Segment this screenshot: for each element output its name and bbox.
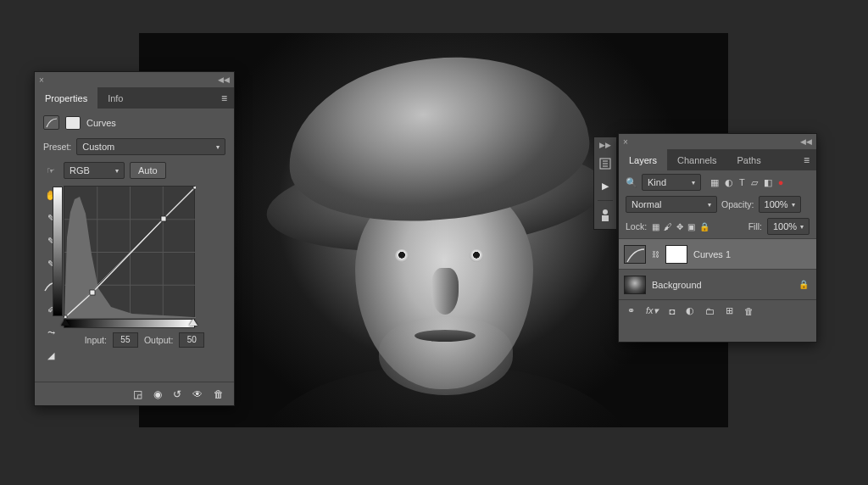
search-icon: 🔍 bbox=[626, 177, 637, 188]
svg-rect-13 bbox=[602, 215, 609, 221]
type-filter-icon[interactable]: T bbox=[739, 177, 745, 188]
smart-filter-icon[interactable]: ◧ bbox=[764, 177, 772, 188]
visibility-icon[interactable]: 👁 bbox=[192, 388, 203, 400]
tab-paths[interactable]: Paths bbox=[727, 149, 771, 170]
expand-dock-icon[interactable]: ▶▶ bbox=[599, 141, 611, 149]
smooth-icon[interactable]: ⤳ bbox=[43, 325, 58, 340]
target-adjustment-icon[interactable]: ☞ bbox=[43, 165, 58, 176]
layer-row[interactable]: 👁 ⛓ Curves 1 bbox=[619, 238, 816, 269]
properties-footer: ◲ ◉ ↺ 👁 🗑 bbox=[35, 382, 234, 405]
curves-adjustment-icon bbox=[43, 115, 59, 130]
opacity-input[interactable]: 100%▾ bbox=[759, 196, 801, 213]
group-icon[interactable]: 🗀 bbox=[705, 306, 715, 316]
tab-channels[interactable]: Channels bbox=[667, 149, 726, 170]
portrait-eye-left bbox=[395, 249, 409, 262]
panel-menu-icon[interactable]: ≡ bbox=[214, 87, 234, 109]
output-gradient bbox=[53, 187, 63, 316]
collapsed-dock: ▶▶ ▶ bbox=[593, 137, 617, 230]
clip-to-layer-icon[interactable]: ◲ bbox=[133, 388, 142, 400]
lock-label: Lock: bbox=[626, 221, 647, 231]
svg-rect-9 bbox=[161, 216, 166, 221]
collapse-icon[interactable]: ◀◀ bbox=[218, 75, 230, 84]
white-point-slider[interactable] bbox=[189, 319, 198, 326]
adjustment-icon[interactable]: ◐ bbox=[686, 305, 694, 316]
input-value[interactable]: 55 bbox=[113, 332, 138, 348]
lock-transparent-icon[interactable]: ▦ bbox=[652, 222, 659, 231]
chevron-down-icon: ▾ bbox=[115, 167, 119, 175]
output-label: Output: bbox=[144, 335, 173, 345]
trash-icon[interactable]: 🗑 bbox=[744, 306, 754, 316]
svg-rect-8 bbox=[90, 290, 95, 295]
input-label: Input: bbox=[85, 335, 107, 345]
black-point-slider[interactable] bbox=[61, 319, 70, 326]
svg-point-12 bbox=[603, 209, 608, 215]
tab-info[interactable]: Info bbox=[97, 87, 133, 109]
image-thumb[interactable] bbox=[624, 276, 646, 294]
lock-image-icon[interactable]: 🖌 bbox=[664, 222, 672, 231]
new-layer-icon[interactable]: ⊞ bbox=[726, 305, 733, 316]
link-icon[interactable]: ⚭ bbox=[627, 305, 635, 316]
layers-tabs: Layers Channels Paths ≡ bbox=[619, 149, 816, 170]
pixel-filter-icon[interactable]: ▦ bbox=[710, 177, 719, 188]
portrait-nose bbox=[431, 268, 459, 315]
portrait-beard bbox=[379, 317, 513, 395]
fill-label: Fill: bbox=[748, 221, 762, 231]
shape-filter-icon[interactable]: ▱ bbox=[751, 177, 758, 188]
reset-icon[interactable]: ↺ bbox=[173, 388, 181, 400]
auto-button[interactable]: Auto bbox=[130, 162, 166, 179]
chevron-down-icon: ▾ bbox=[216, 143, 220, 151]
input-gradient[interactable] bbox=[64, 319, 195, 328]
output-value[interactable]: 50 bbox=[179, 332, 204, 348]
layer-mask-icon[interactable] bbox=[65, 116, 81, 130]
fx-icon[interactable]: fx▾ bbox=[646, 305, 659, 316]
collapse-icon[interactable]: ◀◀ bbox=[800, 137, 812, 146]
curves-graph[interactable] bbox=[64, 186, 195, 317]
channel-select[interactable]: RGB▾ bbox=[64, 162, 125, 179]
layers-footer: ⚭ fx▾ ◘ ◐ 🗀 ⊞ 🗑 bbox=[619, 299, 816, 321]
mask-link-icon[interactable]: ⛓ bbox=[652, 250, 659, 259]
filter-kind-select[interactable]: Kind▾ bbox=[642, 174, 701, 191]
adjustment-thumb[interactable] bbox=[624, 245, 646, 264]
layers-panel: × ◀◀ Layers Channels Paths ≡ 🔍 Kind▾ ▦ ◐… bbox=[618, 133, 817, 343]
lock-icon[interactable]: 🔒 bbox=[798, 280, 809, 289]
svg-rect-7 bbox=[64, 315, 67, 318]
layer-name[interactable]: Background bbox=[652, 280, 793, 290]
tab-properties[interactable]: Properties bbox=[35, 87, 97, 109]
fill-input[interactable]: 100%▾ bbox=[767, 218, 810, 235]
portrait-eye-right bbox=[470, 249, 483, 262]
adjustment-title: Curves bbox=[86, 118, 116, 128]
properties-panel: × ◀◀ Properties Info ≡ Curves Preset: Cu… bbox=[34, 71, 235, 406]
properties-tabs: Properties Info ≡ bbox=[35, 87, 234, 109]
lock-all-icon[interactable]: 🔒 bbox=[699, 222, 709, 231]
layer-row[interactable]: 👁 Background 🔒 bbox=[619, 269, 816, 299]
layer-list: 👁 ⛓ Curves 1 👁 Background 🔒 bbox=[619, 238, 816, 299]
histogram-clip-icon[interactable]: ◢ bbox=[43, 348, 58, 363]
panel-titlebar: × ◀◀ bbox=[35, 72, 234, 87]
clone-source-icon[interactable] bbox=[596, 205, 615, 226]
layer-name[interactable]: Curves 1 bbox=[693, 249, 811, 259]
mask-icon[interactable]: ◘ bbox=[670, 306, 676, 316]
preset-select[interactable]: Custom▾ bbox=[76, 138, 225, 155]
view-previous-icon[interactable]: ◉ bbox=[153, 388, 162, 400]
adjustment-header: Curves bbox=[35, 109, 234, 135]
trash-icon[interactable]: 🗑 bbox=[214, 388, 224, 400]
history-icon[interactable] bbox=[596, 153, 615, 174]
portrait-mouth bbox=[415, 330, 476, 342]
actions-icon[interactable]: ▶ bbox=[596, 176, 615, 196]
adjustment-filter-icon[interactable]: ◐ bbox=[725, 177, 733, 188]
svg-rect-10 bbox=[193, 187, 196, 189]
panel-titlebar: × ◀◀ bbox=[619, 134, 816, 149]
preset-label: Preset: bbox=[43, 142, 71, 152]
close-icon[interactable]: × bbox=[623, 137, 628, 147]
lock-position-icon[interactable]: ✥ bbox=[676, 222, 683, 231]
lock-artboard-icon[interactable]: ▣ bbox=[687, 222, 695, 231]
opacity-label: Opacity: bbox=[721, 199, 754, 209]
mask-thumb[interactable] bbox=[665, 245, 687, 264]
panel-menu-icon[interactable]: ≡ bbox=[797, 149, 816, 170]
blend-mode-select[interactable]: Normal▾ bbox=[626, 196, 717, 213]
close-icon[interactable]: × bbox=[39, 75, 44, 85]
tab-layers[interactable]: Layers bbox=[619, 149, 667, 170]
filter-toggle-icon[interactable]: ● bbox=[778, 177, 784, 188]
